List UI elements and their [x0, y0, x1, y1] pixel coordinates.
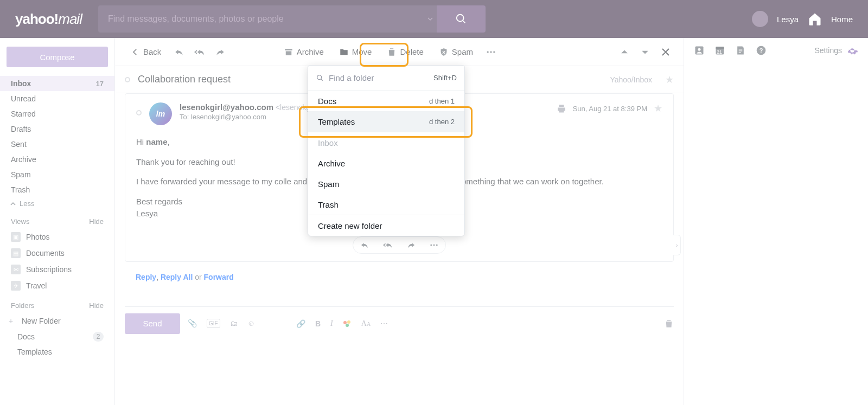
svg-point-9 — [346, 324, 349, 327]
qa-reply-all[interactable] — [382, 240, 394, 250]
dd-item-templates[interactable]: Templates d then 2 — [308, 111, 464, 132]
link-icon[interactable]: 🔗 — [296, 319, 305, 328]
help-icon[interactable]: ? — [756, 45, 767, 56]
quick-actions — [353, 236, 446, 254]
folder-starred[interactable]: Starred — [0, 106, 114, 121]
send-button[interactable]: Send — [125, 313, 180, 334]
archive-button[interactable]: Archive — [278, 44, 329, 60]
stationery-icon[interactable]: 🗂 — [230, 319, 238, 328]
folder-inbox[interactable]: Inbox17 — [0, 76, 114, 91]
search-input[interactable] — [98, 5, 424, 33]
color-icon[interactable] — [343, 319, 352, 328]
forward-link[interactable]: Forward — [204, 273, 234, 281]
trash-icon — [664, 319, 674, 329]
comp-more-icon[interactable]: ⋯ — [380, 319, 388, 328]
view-photos[interactable]: ▣Photos — [0, 229, 114, 245]
photos-icon: ▣ — [11, 232, 21, 242]
reply-icon — [174, 47, 184, 57]
composer: Send 📎 GIF 🗂 ☺ 🔗 B I — [125, 298, 674, 338]
compose-button[interactable]: Compose — [7, 47, 108, 67]
view-subscriptions[interactable]: ✉Subscriptions — [0, 261, 114, 278]
print-icon[interactable] — [557, 104, 566, 113]
msg-star-toggle[interactable]: ★ — [654, 102, 662, 114]
subscriptions-icon: ✉ — [11, 265, 21, 274]
emoji-icon[interactable]: ☺ — [247, 319, 255, 328]
settings-link[interactable]: Settings — [814, 44, 858, 56]
forward-icon — [406, 240, 417, 250]
reply-icon — [359, 240, 370, 250]
username[interactable]: Lesya — [777, 15, 799, 24]
logo-brand: yahoo! — [15, 11, 58, 27]
qa-forward[interactable] — [406, 240, 417, 250]
search-scope-dropdown[interactable] — [424, 5, 437, 33]
user-folder-templates[interactable]: Templates — [0, 344, 114, 359]
back-button[interactable]: Back — [125, 44, 167, 60]
reply-all-link[interactable]: Reply All — [161, 273, 193, 281]
logo[interactable]: yahoo!mail — [15, 11, 82, 28]
folders-hide[interactable]: Hide — [89, 301, 104, 310]
svg-point-8 — [347, 320, 350, 324]
calendar-badge: 21 — [717, 49, 722, 55]
star-toggle[interactable]: ★ — [665, 74, 674, 86]
svg-point-2 — [490, 51, 492, 53]
dd-create-folder[interactable]: Create new folder — [308, 215, 464, 236]
contacts-icon[interactable] — [694, 45, 705, 56]
folder-count-badge: 2 — [93, 332, 104, 342]
more-button[interactable] — [483, 44, 499, 60]
search-icon — [316, 74, 324, 82]
view-documents[interactable]: ▤Documents — [0, 245, 114, 261]
folder-sent[interactable]: Sent — [0, 137, 114, 152]
folder-trash[interactable]: Trash — [0, 182, 114, 197]
dd-item-docs[interactable]: Docs d then 1 — [308, 91, 464, 111]
qa-more[interactable] — [429, 240, 439, 250]
view-travel[interactable]: ✈Travel — [0, 278, 114, 294]
chevron-down-icon — [641, 48, 649, 56]
folder-unread[interactable]: Unread — [0, 91, 114, 106]
svg-rect-13 — [716, 47, 724, 49]
attach-icon[interactable]: 📎 — [188, 319, 197, 328]
delete-button[interactable]: Delete — [381, 44, 429, 60]
more-icon — [486, 47, 496, 57]
bold-icon[interactable]: B — [315, 319, 321, 328]
sender-avatar[interactable]: lm — [149, 102, 172, 125]
qa-reply[interactable] — [359, 240, 370, 250]
collapse-up-button[interactable] — [616, 44, 633, 60]
svg-point-1 — [487, 51, 489, 53]
gif-icon[interactable]: GIF — [207, 319, 220, 328]
reply-all-icon-button[interactable] — [192, 44, 208, 60]
dd-item-trash[interactable]: Trash — [308, 194, 464, 215]
more-icon — [429, 240, 439, 250]
home-icon[interactable] — [807, 11, 822, 27]
views-hide[interactable]: Hide — [89, 217, 104, 226]
folder-drafts[interactable]: Drafts — [0, 121, 114, 137]
expand-down-button[interactable] — [637, 44, 653, 60]
close-button[interactable] — [658, 44, 674, 60]
calendar-icon[interactable]: 21 — [714, 45, 725, 56]
discard-button[interactable] — [664, 319, 674, 329]
move-button[interactable]: Move — [334, 44, 378, 60]
forward-icon-button[interactable] — [212, 44, 228, 60]
reply-link[interactable]: Reply — [136, 273, 156, 281]
font-icon[interactable]: AA — [361, 319, 371, 328]
msg-read-indicator[interactable] — [136, 110, 142, 115]
dd-item-spam[interactable]: Spam — [308, 173, 464, 194]
reply-icon-button[interactable] — [171, 44, 187, 60]
collapse-less[interactable]: Less — [0, 197, 114, 210]
notepad-icon[interactable] — [735, 45, 746, 56]
move-icon — [339, 47, 349, 57]
spam-button[interactable]: Spam — [433, 44, 478, 60]
dd-search-input[interactable] — [329, 73, 433, 82]
folder-archive[interactable]: Archive — [0, 152, 114, 167]
expand-tab[interactable]: › — [673, 235, 681, 255]
italic-icon[interactable]: I — [330, 319, 333, 328]
archive-icon — [284, 47, 293, 57]
home-label[interactable]: Home — [831, 15, 853, 24]
search-button[interactable] — [437, 5, 486, 33]
folder-spam[interactable]: Spam — [0, 167, 114, 182]
user-avatar[interactable] — [752, 11, 768, 27]
user-folder-docs[interactable]: Docs 2 — [0, 329, 114, 344]
new-folder[interactable]: + New Folder — [0, 313, 114, 329]
dd-item-archive[interactable]: Archive — [308, 153, 464, 173]
read-indicator[interactable] — [125, 77, 130, 82]
sidebar: Compose Inbox17 Unread Starred Drafts Se… — [0, 38, 115, 405]
